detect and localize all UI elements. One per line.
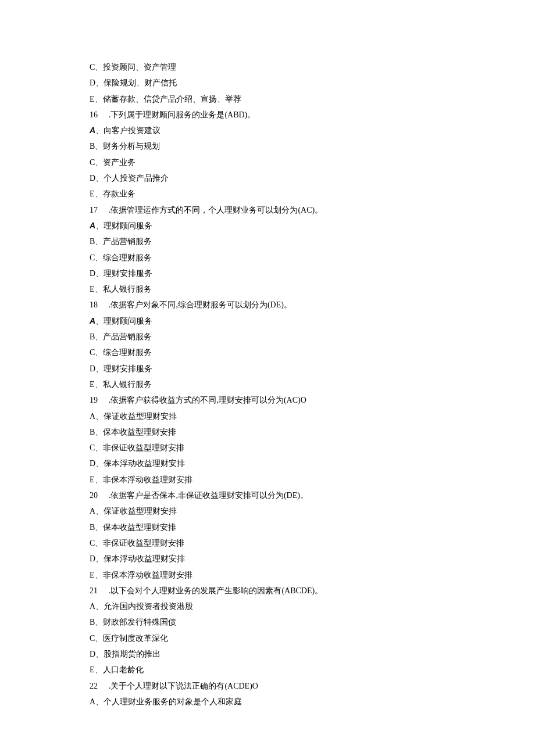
option-label: C、: [90, 348, 103, 357]
option-text: 保证收益型理财安排: [104, 507, 177, 515]
option-label: D、: [90, 364, 104, 373]
question-line: 17 .依据管理运作方式的不同，个人理财业务可以划分为(AC)。: [90, 202, 535, 218]
option-line: A、允许国内投资者投资港股: [90, 599, 535, 614]
question-line: 18 .依据客户对象不同,综合理财服务可以划分为(DE)。: [90, 297, 535, 313]
option-label: E、: [90, 95, 103, 103]
option-label: A、: [90, 602, 104, 611]
option-label: A: [90, 316, 95, 325]
document-page: C、投资顾问、资产管理D、保险规划、财产信托E、储蓄存款、信贷产品介绍、宣扬、举…: [0, 0, 535, 756]
option-line: C、非保证收益型理财安排: [90, 440, 535, 456]
option-text: 非保本浮动收益理财安排: [103, 475, 192, 484]
option-label: B、: [90, 618, 103, 626]
option-text: 医疗制度改革深化: [103, 634, 168, 643]
option-line: C、医疗制度改革深化: [90, 630, 535, 646]
option-text: 、理财顾问服务: [95, 317, 152, 325]
option-text: 保险规划、财产信托: [104, 78, 177, 87]
option-label: E、: [90, 665, 103, 674]
option-line: A、个人理财业务服务的对象是个人和家庭: [90, 694, 535, 710]
option-label: D、: [90, 78, 104, 87]
option-label: A、: [90, 412, 104, 421]
option-label: B、: [90, 142, 103, 151]
option-text: 私人银行服务: [103, 380, 152, 389]
option-text: 、向客户投资建议: [95, 126, 160, 135]
option-text: 产品营销服务: [103, 237, 152, 246]
option-label: A: [90, 126, 95, 135]
option-text: 私人银行服务: [103, 285, 152, 293]
question-text: 依据客户是否保本,非保证收益理财安排可以分为(DE)。: [110, 491, 308, 500]
option-text: 保本浮动收益理财安排: [104, 459, 185, 468]
option-line: A、理财顾问服务: [90, 313, 535, 329]
option-text: 个人理财业务服务的对象是个人和家庭: [104, 697, 242, 706]
question-line: 21 .以下会对个人理财业务的发展产生影响的因素有(ABCDE)。: [90, 583, 535, 599]
option-text: 综合理财服务: [103, 253, 152, 262]
question-text: 下列属于理财顾问服务的业务是(ABD)。: [110, 110, 255, 119]
question-text: 关于个人理财以下说法正确的有(ACDE)O: [110, 682, 258, 690]
option-text: 非保证收益型理财安排: [103, 443, 184, 452]
option-label: D、: [90, 174, 104, 182]
option-line: D、个人投资产品推介: [90, 170, 535, 186]
option-text: 允许国内投资者投资港股: [104, 602, 193, 611]
option-text: 存款业务: [103, 189, 135, 198]
option-line: C、投资顾问、资产管理: [90, 59, 535, 75]
option-label: D、: [90, 269, 104, 278]
question-number: 19: [90, 392, 106, 408]
question-number: 20: [90, 488, 106, 503]
option-label: C、: [90, 158, 103, 167]
option-label: C、: [90, 63, 103, 71]
question-number: 17: [90, 202, 106, 218]
option-text: 财务分析与规划: [103, 142, 160, 151]
option-label: B、: [90, 237, 103, 246]
option-line: E、私人银行服务: [90, 377, 535, 392]
option-line: E、储蓄存款、信贷产品介绍、宣扬、举荐: [90, 91, 535, 107]
option-line: D、保险规划、财产信托: [90, 75, 535, 91]
option-label: B、: [90, 428, 103, 436]
option-label: A、: [90, 507, 104, 515]
option-label: E、: [90, 380, 103, 389]
option-line: D、股指期货的推出: [90, 646, 535, 662]
option-text: 综合理财服务: [103, 348, 152, 357]
option-text: 股指期货的推出: [104, 650, 160, 658]
option-text: 保证收益型理财安排: [104, 412, 177, 421]
option-label: E、: [90, 571, 103, 579]
option-text: 个人投资产品推介: [104, 174, 169, 182]
question-text: 以下会对个人理财业务的发展产生影响的因素有(ABCDE)。: [110, 586, 323, 595]
option-text: 资产业务: [103, 158, 135, 167]
question-line: 16 .下列属于理财顾问服务的业务是(ABD)。: [90, 107, 535, 123]
option-label: C、: [90, 634, 103, 643]
option-line: C、综合理财服务: [90, 250, 535, 266]
option-line: D、保本浮动收益理财安排: [90, 456, 535, 471]
option-line: B、财政部发行特殊国债: [90, 614, 535, 630]
option-text: 非保证收益型理财安排: [103, 539, 184, 547]
option-line: B、财务分析与规划: [90, 138, 535, 154]
option-line: A、向客户投资建议: [90, 123, 535, 138]
option-text: 保本收益型理财安排: [103, 523, 176, 532]
option-line: D、保本浮动收益理财安排: [90, 551, 535, 567]
question-line: 22 .关于个人理财以下说法正确的有(ACDE)O: [90, 678, 535, 694]
option-line: D、理财安排服务: [90, 266, 535, 281]
option-line: A、理财顾问服务: [90, 218, 535, 234]
option-line: E、人口老龄化: [90, 662, 535, 678]
question-number: 18: [90, 297, 106, 313]
option-label: E、: [90, 189, 103, 198]
option-text: 财政部发行特殊国债: [103, 618, 176, 626]
question-text: 依据管理运作方式的不同，个人理财业务可以划分为(AC)。: [110, 206, 323, 214]
option-text: 储蓄存款、信贷产品介绍、宣扬、举荐: [103, 95, 241, 103]
option-label: B、: [90, 523, 103, 532]
option-label: C、: [90, 539, 103, 547]
option-text: 非保本浮动收益理财安排: [103, 571, 192, 579]
option-label: D、: [90, 459, 104, 468]
question-number: 21: [90, 583, 106, 599]
option-label: A、: [90, 697, 104, 706]
option-label: C、: [90, 253, 103, 262]
option-text: 理财安排服务: [104, 364, 152, 373]
option-text: 投资顾问、资产管理: [103, 63, 176, 71]
option-line: E、存款业务: [90, 186, 535, 202]
option-line: E、非保本浮动收益理财安排: [90, 567, 535, 583]
option-text: 产品营销服务: [103, 332, 152, 341]
option-text: 、理财顾问服务: [95, 221, 152, 230]
option-text: 保本收益型理财安排: [103, 428, 176, 436]
question-line: 19 .依据客户获得收益方式的不同,理财安排可以分为(AC)O: [90, 392, 535, 408]
question-text: 依据客户对象不同,综合理财服务可以划分为(DE)。: [110, 300, 292, 309]
option-label: E、: [90, 475, 103, 484]
option-line: B、保本收益型理财安排: [90, 519, 535, 535]
